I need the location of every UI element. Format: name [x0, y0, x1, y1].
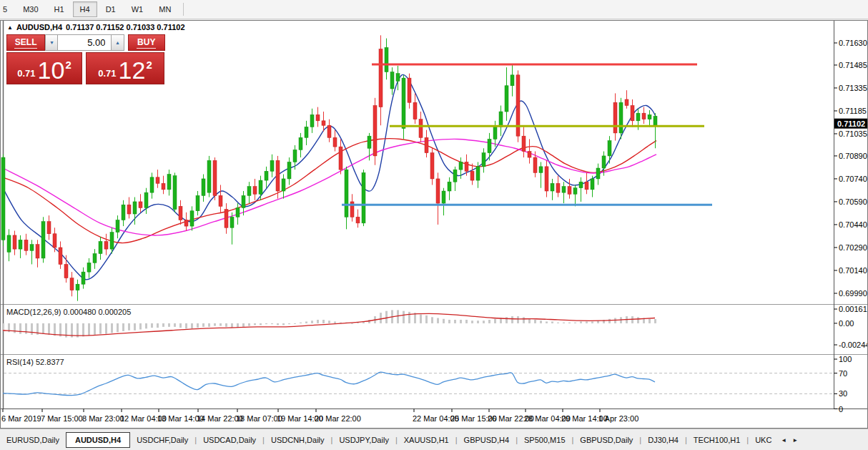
toolbar-separator — [183, 3, 184, 16]
buy-price-pip-digit: 2 — [146, 59, 152, 71]
svg-text:0.70440: 0.70440 — [839, 220, 867, 229]
macd-name: MACD(12,26,9) — [6, 308, 61, 316]
chevron-up-icon: ▲ — [115, 40, 120, 45]
rsi-indicator-label: RSI(14) 52.8377 — [6, 358, 64, 366]
svg-text:0.71035: 0.71035 — [839, 129, 867, 138]
timeframe-button-mn[interactable]: MN — [152, 1, 178, 17]
svg-text:0.70290: 0.70290 — [839, 243, 867, 252]
chart-ohlc-values: 0.71137 0.71152 0.71033 0.71102 — [66, 23, 184, 31]
sell-price-prefix: 0.71 — [17, 68, 35, 79]
svg-text:0.70740: 0.70740 — [839, 175, 867, 183]
tab-usdcad-daily[interactable]: USDCAD,Daily — [197, 433, 262, 447]
tab-usdchf-daily[interactable]: USDCHF,Daily — [130, 433, 194, 447]
svg-text:0.71485: 0.71485 — [839, 61, 867, 69]
volume-input[interactable] — [58, 34, 111, 51]
volume-increase-button[interactable]: ▲ — [111, 34, 124, 51]
buy-button-label: BUY — [137, 37, 156, 49]
svg-text:0.71630: 0.71630 — [839, 39, 867, 47]
rsi-name: RSI(14) — [6, 358, 34, 366]
svg-text:1 Apr 23:00: 1 Apr 23:00 — [598, 414, 638, 423]
rsi-panel — [3, 372, 834, 396]
svg-text:0.71102: 0.71102 — [837, 119, 865, 128]
price-scale[interactable]: 0.716300.714850.713350.711850.710350.708… — [834, 39, 868, 414]
rsi-line — [3, 372, 655, 396]
chevron-down-icon: ▼ — [49, 40, 54, 45]
buy-price-big-digits: 12 — [119, 60, 146, 82]
time-axis[interactable]: 6 Mar 20197 Mar 15:008 Mar 23:0012 Mar 0… — [1, 409, 638, 424]
sell-price-button[interactable]: 0.71 10 2 — [6, 52, 82, 84]
macd-values: 0.000480 0.000205 — [63, 308, 131, 316]
tab-audusd-h4[interactable]: AUDUSD,H4 — [66, 432, 130, 448]
macd-indicator-label: MACD(12,26,9) 0.000480 0.000205 — [6, 308, 131, 316]
svg-text:0.00: 0.00 — [839, 319, 854, 328]
buy-price-button[interactable]: 0.71 12 2 — [86, 52, 164, 84]
tab-dj30-h4[interactable]: DJ30,H4 — [641, 433, 685, 447]
volume-decrease-button[interactable]: ▼ — [45, 34, 58, 51]
collapse-triangle-icon[interactable]: ▲ — [7, 24, 13, 31]
tab-scroll-right-button[interactable]: ► — [789, 435, 801, 446]
svg-text:30: 30 — [839, 389, 847, 398]
sell-button-label: SELL — [14, 37, 38, 49]
svg-text:0.71185: 0.71185 — [839, 107, 867, 115]
chart-window: 0.716300.714850.713350.711850.710350.708… — [0, 20, 868, 429]
tab-usdjpy-daily[interactable]: USDJPY,Daily — [332, 433, 395, 447]
svg-text:20 Mar 22:00: 20 Mar 22:00 — [315, 414, 361, 423]
svg-text:0.70140: 0.70140 — [839, 266, 867, 275]
tab-tech100-h1[interactable]: TECH100,H1 — [687, 433, 746, 447]
tab-gbpusd-h4[interactable]: GBPUSD,H4 — [458, 433, 516, 447]
buy-price-prefix: 0.71 — [98, 68, 116, 79]
svg-text:0.71335: 0.71335 — [839, 84, 867, 92]
svg-text:0.70590: 0.70590 — [839, 197, 867, 206]
svg-text:100: 100 — [839, 355, 852, 363]
rsi-value: 52.8377 — [36, 358, 64, 366]
tab-gbpusd-daily[interactable]: GBPUSD,Daily — [573, 433, 639, 447]
timeframe-button-h4[interactable]: H4 — [73, 1, 97, 17]
svg-text:70: 70 — [839, 369, 847, 378]
svg-text:0.70890: 0.70890 — [839, 152, 867, 160]
tab-usdcnh-daily[interactable]: USDCNH,Daily — [265, 433, 331, 447]
sell-price-big-digits: 10 — [38, 60, 65, 82]
drawn-hlines[interactable] — [342, 64, 712, 205]
sell-price-pip-digit: 2 — [65, 59, 71, 71]
svg-text:18 Mar 07:00: 18 Mar 07:00 — [236, 414, 282, 423]
tab-scroll-left-button[interactable]: ◄ — [778, 435, 789, 446]
chart-tab-bar: EURUSD,DailyAUDUSD,H4USDCHF,Daily|USDCAD… — [0, 429, 868, 450]
svg-text:0.001615: 0.001615 — [839, 305, 867, 313]
tab-xauusd-h1[interactable]: XAUUSD,H1 — [398, 433, 455, 447]
tab-ukc[interactable]: UKC — [749, 433, 778, 447]
timeframe-button-m30[interactable]: M30 — [16, 1, 45, 17]
chart-symbol-label: AUDUSD,H4 — [16, 23, 62, 31]
timeframe-toolbar: 5M30H1H4D1W1MN — [0, 0, 868, 19]
timeframe-button-5[interactable]: 5 — [0, 1, 14, 17]
timeframe-button-w1[interactable]: W1 — [124, 1, 151, 17]
timeframe-button-h1[interactable]: H1 — [47, 1, 71, 17]
tab-eurusd-daily[interactable]: EURUSD,Daily — [0, 433, 66, 447]
one-click-trading-panel: SELL ▼ ▲ BUY 0.71 10 2 0.71 12 2 — [6, 34, 165, 84]
chart-title: ▲ AUDUSD,H4 0.71137 0.71152 0.71033 0.71… — [7, 23, 185, 31]
svg-text:6 Mar 2019: 6 Mar 2019 — [1, 414, 41, 423]
svg-text:7 Mar 15:00: 7 Mar 15:00 — [41, 414, 83, 423]
svg-text:-0.002443: -0.002443 — [839, 341, 867, 349]
svg-text:0: 0 — [839, 405, 843, 414]
svg-text:8 Mar 23:00: 8 Mar 23:00 — [82, 414, 124, 423]
buy-button[interactable]: BUY — [128, 34, 165, 51]
timeframe-button-d1[interactable]: D1 — [99, 1, 123, 17]
svg-text:0.69990: 0.69990 — [839, 289, 867, 298]
sell-button[interactable]: SELL — [6, 34, 45, 51]
tab-sp500-m15[interactable]: SP500,M15 — [518, 433, 571, 447]
